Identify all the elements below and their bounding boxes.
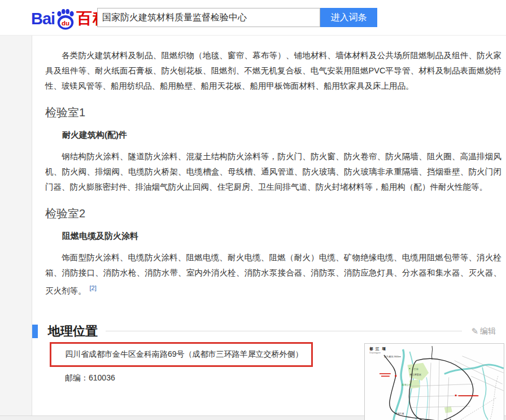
svg-text:都江堰景区: 都江堰景区 xyxy=(409,373,421,376)
lab2-paragraph-text: 饰面型防火涂料、电缆防火涂料、阻燃电缆、耐火电缆、阻燃（耐火）电缆、矿物绝缘电缆… xyxy=(45,253,501,295)
reference-link-2[interactable]: [2] xyxy=(90,285,97,291)
section-divider-line xyxy=(106,331,462,331)
edit-section-link[interactable]: ✎ 编辑 xyxy=(471,326,496,336)
section-marker-bar xyxy=(32,325,38,338)
address-text: 四川省成都市金牛区金科南路69号（成都市三环路羊犀立交桥外侧） xyxy=(65,349,303,360)
top-search-bar: Bai du 百科 进入词条 xyxy=(0,0,506,36)
location-section-body: 四川省成都市金牛区金科南路69号（成都市三环路羊犀立交桥外侧） 邮编：61003… xyxy=(45,339,501,420)
intro-paragraph: 各类防火建筑材料及制品、阻燃织物（地毯、窗帘、幕布等）、铺地材料、墙体材料及公共… xyxy=(45,48,501,94)
lab1-heading: 检验室1 xyxy=(45,105,501,120)
location-section-title: 地理位置 xyxy=(48,324,98,339)
svg-text:二王庙: 二王庙 xyxy=(411,367,418,370)
postcode-text: 邮编：610036 xyxy=(65,373,115,383)
location-section-header: 地理位置 ✎ 编辑 xyxy=(32,324,501,339)
lab1-paragraph: 钢结构防火涂料、隧道防火涂料、混凝土结构防火涂料等，防火门、防火窗、防火卷帘、防… xyxy=(45,149,501,195)
lab2-paragraph: 饰面型防火涂料、电缆防火涂料、阻燃电缆、耐火电缆、阻燃（耐火）电缆、矿物绝缘电缆… xyxy=(45,250,501,299)
lab1-subheading: 耐火建筑构(配)件 xyxy=(45,129,501,141)
lab2-heading: 检验室2 xyxy=(45,206,501,221)
baidu-paw-icon: du xyxy=(55,9,76,30)
left-gutter xyxy=(0,36,32,415)
dujiangyan-map-image[interactable]: 都 江 堰 Dujiangyan 至九寨沟 360km 二王庙 都江堰景区 离堆… xyxy=(364,343,504,420)
svg-text:青城大道: 青城大道 xyxy=(395,412,404,415)
article-content: 各类防火建筑材料及制品、阻燃织物（地毯、窗帘、幕布等）、铺地材料、墙体材料及公共… xyxy=(32,36,506,415)
edit-label: 编辑 xyxy=(480,326,496,336)
enter-entry-button[interactable]: 进入词条 xyxy=(320,8,377,27)
search-input[interactable] xyxy=(97,8,320,27)
baike-page: Bai du 百科 进入词条 各类防火建筑材料及制品、阻燃织物（地毯、窗帘、幕布… xyxy=(0,0,506,420)
svg-text:离堆公园: 离堆公园 xyxy=(402,383,412,386)
svg-text:都 江 堰: 都 江 堰 xyxy=(369,347,386,351)
svg-text:du: du xyxy=(62,19,69,27)
svg-text:至九寨沟 360km: 至九寨沟 360km xyxy=(383,355,402,358)
svg-text:Dujiangyan: Dujiangyan xyxy=(369,351,381,354)
lab2-subheading: 阻燃电缆及防火涂料 xyxy=(45,230,501,242)
logo-text-bai: Bai xyxy=(31,8,55,29)
map-drawing: 都 江 堰 Dujiangyan 至九寨沟 360km 二王庙 都江堰景区 离堆… xyxy=(365,344,504,420)
pencil-icon: ✎ xyxy=(471,326,478,336)
